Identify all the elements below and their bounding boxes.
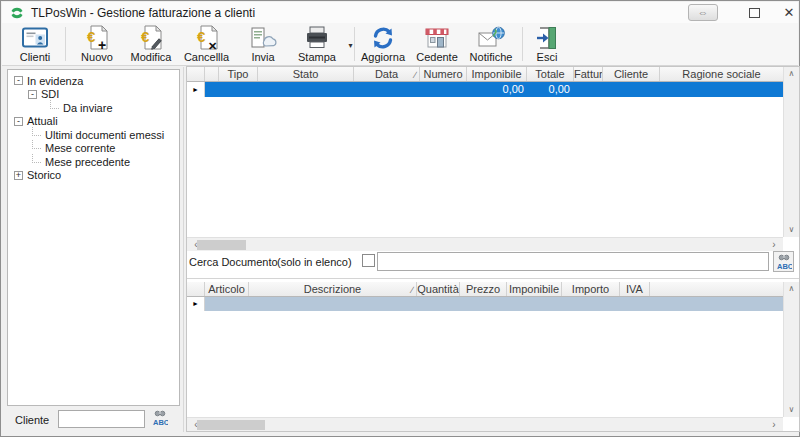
resize-icon: ⇔ (698, 6, 709, 18)
notifiche-button[interactable]: Notifiche (464, 25, 518, 64)
search-document-input[interactable] (377, 252, 769, 271)
exit-door-icon (535, 25, 559, 50)
maximize-button[interactable] (749, 8, 760, 18)
scroll-up-icon[interactable]: ∧ (784, 282, 799, 296)
column-header-importo[interactable]: Importo (562, 282, 620, 296)
documents-grid-header: Tipo Stato Data∕ Numero Imponibile Total… (187, 67, 783, 82)
blank-column-header[interactable] (205, 67, 219, 81)
column-header-stato[interactable]: Stato (258, 67, 354, 81)
column-header-totale[interactable]: Totale (527, 67, 574, 81)
tree-item-in-evidenza[interactable]: - In evidenza (8, 74, 179, 88)
notifiche-label: Notifiche (470, 51, 513, 63)
documents-grid-vscrollbar[interactable]: ∧ ∨ (783, 67, 799, 237)
column-header-prezzo[interactable]: Prezzo (460, 282, 507, 296)
tree-connector (50, 100, 59, 109)
clienti-button[interactable]: Clienti (8, 25, 62, 64)
tree-item-label: Storico (27, 169, 61, 181)
esci-button[interactable]: Esci (526, 25, 568, 64)
search-find-button[interactable]: ABC (773, 251, 794, 272)
modifica-button[interactable]: € Modifica (124, 25, 178, 64)
cedente-button[interactable]: Cedente (410, 25, 464, 64)
scroll-down-icon[interactable]: ∨ (784, 403, 799, 417)
column-header-descrizione[interactable]: Descrizione∕ (249, 282, 417, 296)
invia-button[interactable]: Invia (236, 25, 290, 64)
search-label: Cerca Documento (189, 256, 278, 268)
tree-item-mese-precedente[interactable]: Mese precedente (8, 155, 179, 169)
tree-item-label: SDI (41, 88, 59, 100)
column-header-imponibile[interactable]: Imponibile (507, 282, 562, 296)
close-icon: ✕ (784, 5, 795, 20)
column-header-numero[interactable]: Numero (420, 67, 467, 81)
expand-icon[interactable]: + (14, 171, 23, 180)
search-scope-checkbox[interactable] (362, 254, 375, 267)
panel-splitter[interactable] (183, 67, 184, 432)
stampa-label: Stampa (298, 51, 336, 63)
tree-connector (32, 154, 41, 163)
column-header-iva[interactable]: IVA (620, 282, 650, 296)
title-bar: TLPosWin - Gestione fatturazione a clien… (2, 2, 798, 23)
hscroll-thumb[interactable] (197, 420, 265, 430)
row-indicator-header (187, 282, 205, 296)
selected-row-highlight (205, 297, 783, 311)
collapse-icon[interactable]: - (14, 76, 23, 85)
documents-grid-hscrollbar[interactable]: ‹ › (187, 237, 783, 251)
items-grid-vscrollbar[interactable]: ∧ ∨ (783, 282, 799, 417)
cancella-button[interactable]: € ✕ Cancellla (178, 25, 235, 64)
tree-item-storico[interactable]: + Storico (8, 169, 179, 183)
client-find-icon[interactable]: ABC (152, 409, 168, 426)
app-window: TLPosWin - Gestione fatturazione a clien… (0, 0, 800, 437)
store-icon (424, 25, 450, 50)
mail-globe-icon (478, 25, 505, 50)
svg-text:€: € (197, 28, 206, 45)
column-header-fatturab[interactable]: Fatturab (574, 67, 603, 81)
close-button[interactable]: ✕ (781, 5, 797, 21)
column-header-cliente[interactable]: Cliente (603, 67, 660, 81)
column-header-data[interactable]: Data∕ (354, 67, 420, 81)
stampa-button[interactable]: Stampa (290, 25, 344, 64)
toolbar: Clienti € + Nuovo € (2, 23, 798, 66)
resize-button[interactable]: ⇔ (688, 4, 718, 21)
find-abc-icon: ABC (776, 253, 792, 270)
toolbar-separator (354, 27, 355, 61)
search-hint: (solo in elenco) (277, 256, 352, 268)
nuovo-button[interactable]: € + Nuovo (70, 25, 124, 64)
svg-text:ABC: ABC (153, 418, 168, 427)
invia-label: Invia (251, 51, 274, 63)
svg-text:✕: ✕ (208, 40, 217, 50)
esci-label: Esci (537, 51, 558, 63)
scroll-down-icon[interactable]: ∨ (784, 223, 799, 237)
tree-connector (32, 140, 41, 149)
row-marker: ► (187, 82, 205, 97)
cell-imponibile: 0,00 (467, 82, 524, 97)
selected-document-row[interactable]: ► 0,00 0,00 (187, 82, 783, 97)
items-grid-hscrollbar[interactable]: ‹ › (187, 417, 783, 431)
main-panel: Tipo Stato Data∕ Numero Imponibile Total… (186, 66, 800, 432)
new-invoice-icon: € + (85, 25, 109, 50)
column-header-imponibile[interactable]: Imponibile (467, 67, 527, 81)
column-header-ragione-sociale[interactable]: Ragione sociale (660, 67, 783, 81)
scroll-right-icon[interactable]: › (767, 238, 781, 252)
tree-item-label: Ultimi documenti emessi (45, 129, 164, 141)
cedente-label: Cedente (416, 51, 458, 63)
tree-connector (32, 127, 41, 136)
column-header-tipo[interactable]: Tipo (219, 67, 258, 81)
column-header-quantita[interactable]: Quantità (417, 282, 460, 296)
client-filter-input[interactable] (58, 410, 145, 428)
tree-item-label: Mese precedente (45, 156, 130, 168)
selected-item-row[interactable]: ► (187, 297, 783, 311)
tree-item-sdi[interactable]: - SDI (8, 88, 179, 102)
hscroll-thumb[interactable] (197, 240, 246, 250)
window-title: TLPosWin - Gestione fatturazione a clien… (31, 6, 255, 20)
scroll-up-icon[interactable]: ∧ (784, 67, 799, 81)
tree-item-da-inviare[interactable]: Da inviare (8, 101, 179, 115)
printer-icon (305, 25, 329, 50)
column-header-articolo[interactable]: Articolo (205, 282, 249, 296)
column-header-filler (650, 282, 783, 296)
folders-tree: - In evidenza - SDI Da inviare - Attuali… (7, 69, 180, 406)
collapse-icon[interactable]: - (28, 90, 37, 99)
aggiorna-button[interactable]: Aggiorna (356, 25, 410, 64)
refresh-icon (371, 25, 395, 50)
scroll-right-icon[interactable]: › (767, 418, 781, 432)
delete-invoice-icon: € ✕ (195, 25, 219, 50)
collapse-icon[interactable]: - (14, 117, 23, 126)
